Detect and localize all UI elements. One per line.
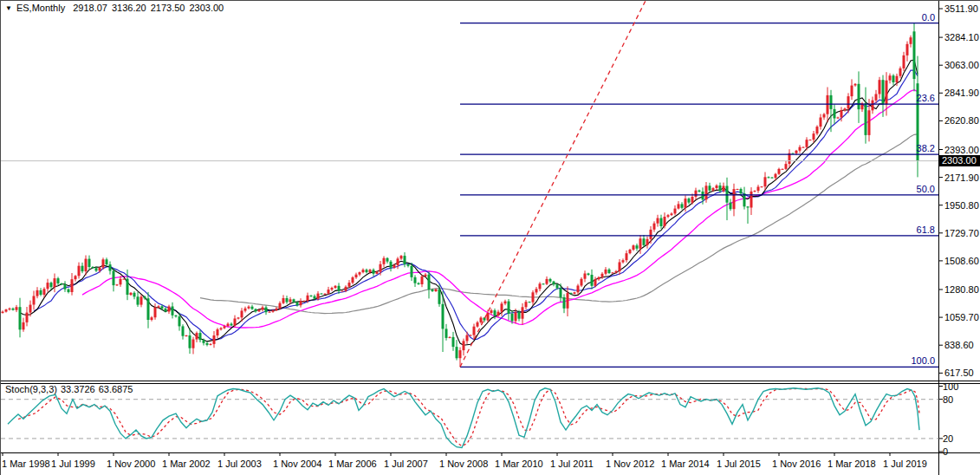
ma-24-line [82,90,918,328]
candle-body [518,312,521,319]
candle-body [445,329,448,338]
candle-body [314,296,316,299]
fibonacci-retracement[interactable]: 0.023.638.250.061.8100.0 [460,12,939,368]
candle-body [376,272,379,274]
candle-body [435,290,438,291]
time-tick-label: 1 Mar 1998 [2,459,50,469]
current-price-tag: 2303.00 [939,155,980,166]
candle-body [300,301,302,305]
candle-body [750,192,753,208]
candle-body [161,306,164,309]
candle-body [133,293,136,297]
ma-6-line [20,60,918,345]
candle-body [369,270,372,272]
candle-body [449,337,451,338]
candle-body [456,347,458,358]
candle-body [383,258,386,264]
candle-body [688,198,691,203]
chart-canvas[interactable]: 0.023.638.250.061.8100.03511.903284.1030… [1,1,980,475]
symbol-dropdown-icon[interactable]: ▼ [5,4,12,12]
candle-body [889,75,892,81]
candle-body [653,224,656,230]
candle-body [328,290,330,294]
price-tick-label: 3063.00 [944,60,979,70]
candle-body [348,283,351,287]
candle-body [185,335,188,336]
candle-body [470,335,472,336]
time-tick-label: 1 Nov 2016 [772,459,821,469]
candle-body [581,279,583,286]
price-tick-label: 1729.70 [944,228,979,238]
candle-body [678,204,680,208]
candle-body [830,95,833,109]
stochastic-signal-value: 63.6875 [99,384,133,394]
candle-body [147,298,150,320]
candle-body [813,133,815,140]
time-tick-label: 1 Nov 2012 [606,459,654,469]
candle-body [404,256,406,264]
candle-body [189,335,191,348]
candle-body [591,275,594,286]
candle-body [438,290,441,304]
candle-body [68,290,70,292]
stoch-tick-label: 20 [943,433,953,444]
candle-body [269,312,271,313]
candle-body [95,268,98,270]
candle-body [258,309,261,311]
candle-body [629,250,632,253]
time-tick-label: 1 Mar 2014 [661,459,710,469]
candle-body [490,310,493,313]
candle-body [840,110,843,117]
candle-body [234,319,237,326]
candle-body [577,286,580,293]
candle-body [192,340,195,348]
candle-body [296,303,299,306]
candle-body [33,296,36,305]
candle-body [36,290,39,296]
candle-body [459,350,462,358]
bar-close-value: 2303.00 [189,3,224,13]
candle-body [657,218,659,224]
candle-body [854,84,857,86]
time-tick-label: 1 Mar 2006 [328,459,377,469]
candle-body [660,218,663,226]
candle-body [217,329,219,335]
stoch-tick-label: 80 [943,394,953,405]
candle-body [106,259,108,264]
candle-body [244,309,247,311]
candle-body [196,333,198,339]
candle-body [428,275,431,290]
candle-body [338,286,341,291]
candle-body [556,284,559,288]
candle-body [182,326,185,335]
candle-body [778,169,781,174]
ma-10-line [34,70,918,340]
symbol-period-label: ES,Monthly [16,3,65,13]
candle-body [865,103,867,135]
candle-body [151,317,153,320]
candle-body [473,327,476,335]
candle-body [747,206,750,207]
candle-body [466,335,469,342]
candle-body [282,298,285,303]
candle-body [334,286,337,288]
candle-body [88,259,91,267]
candle-body [172,307,174,316]
candle-body [175,316,178,316]
bar-low-value: 2173.50 [151,3,185,13]
candle-body [165,309,167,312]
candle-body [386,258,389,262]
candle-body [847,96,850,108]
price-tick-label: 2841.90 [944,88,979,98]
candle-body [553,282,555,285]
candle-body [352,277,354,283]
candle-body [601,274,604,277]
candle-body [92,267,94,268]
candle-body [529,302,531,303]
trend-line[interactable] [460,1,646,367]
candle-body [265,308,268,313]
candle-body [608,270,611,273]
candle-body [795,151,798,153]
candle-body [598,277,600,280]
candle-body [574,292,576,294]
